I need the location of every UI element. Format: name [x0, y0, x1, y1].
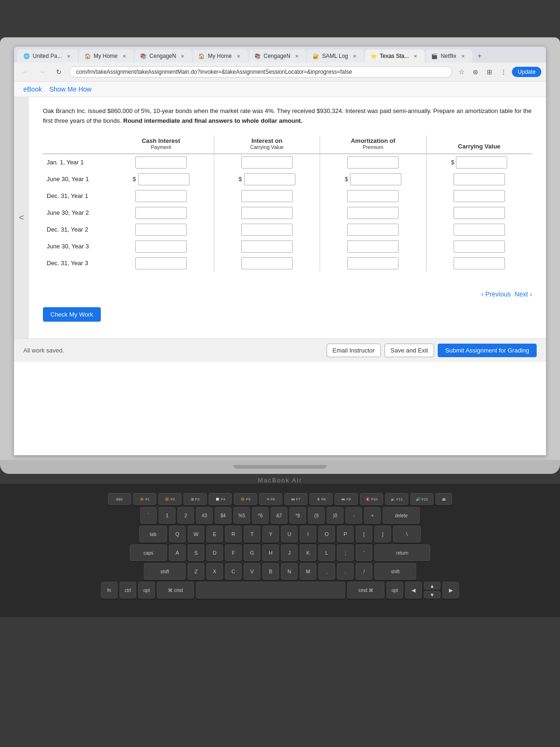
input-interest-cv-4[interactable]	[241, 224, 293, 236]
submit-button[interactable]: Submit Assignment for Grading	[438, 344, 537, 357]
key-s[interactable]: S	[188, 544, 204, 561]
key-f[interactable]: F	[225, 544, 242, 561]
key-l[interactable]: L	[318, 544, 335, 561]
key-delete[interactable]: delete	[383, 507, 420, 524]
tab-close-cengage-2[interactable]: ✕	[293, 52, 301, 60]
key-minus[interactable]: -	[345, 507, 362, 524]
key-u[interactable]: U	[281, 526, 298, 543]
key-f6[interactable]: ☀ F6	[259, 493, 282, 505]
key-f7[interactable]: ⏮ F7	[284, 493, 308, 505]
key-6[interactable]: ^6	[252, 507, 269, 524]
key-0[interactable]: )0	[327, 507, 343, 524]
tab-netflix[interactable]: 🎬 Netflix ✕	[426, 49, 472, 63]
key-space[interactable]	[196, 582, 345, 599]
back-button[interactable]: ←	[19, 65, 32, 78]
key-k[interactable]: K	[300, 544, 316, 561]
key-f10[interactable]: 🔇 F10	[360, 493, 383, 505]
tab-cengage-2[interactable]: 📚 CengageN ✕	[249, 49, 306, 63]
input-cash-interest-6[interactable]	[135, 257, 187, 269]
input-cash-interest-1[interactable]	[138, 173, 189, 185]
key-d[interactable]: D	[206, 544, 223, 561]
input-amortization-4[interactable]	[347, 224, 399, 236]
tab-saml-log[interactable]: 🔐 SAML Log ✕	[307, 49, 364, 63]
input-carrying-value-4[interactable]	[454, 224, 505, 236]
tab-close-cengage-1[interactable]: ✕	[179, 52, 186, 60]
key-q[interactable]: Q	[169, 526, 186, 543]
key-f11[interactable]: 🔉 F11	[385, 493, 408, 505]
tab-close-my-home-2[interactable]: ✕	[235, 52, 242, 60]
key-r[interactable]: R	[225, 526, 242, 543]
input-carrying-value-2[interactable]	[454, 190, 505, 202]
key-v[interactable]: V	[244, 563, 260, 580]
input-interest-cv-6[interactable]	[241, 257, 293, 269]
key-z[interactable]: Z	[188, 563, 204, 580]
key-p[interactable]: P	[337, 526, 354, 543]
tab-close-texas-sta[interactable]: ✕	[412, 52, 419, 60]
key-f2[interactable]: 🔆 F2	[158, 493, 182, 505]
tab-close-my-home-1[interactable]: ✕	[120, 52, 128, 60]
key-w[interactable]: W	[188, 526, 204, 543]
save-exit-button[interactable]: Save and Exit	[385, 344, 434, 357]
input-interest-cv-5[interactable]	[241, 240, 293, 253]
key-3[interactable]: #3	[196, 507, 213, 524]
key-j[interactable]: J	[281, 544, 298, 561]
key-caps[interactable]: caps	[130, 544, 167, 561]
update-button[interactable]: Update	[512, 67, 541, 77]
input-interest-cv-0[interactable]	[241, 156, 293, 169]
input-cash-interest-2[interactable]	[135, 190, 187, 202]
key-shift-right[interactable]: shift	[374, 563, 416, 580]
key-shift-left[interactable]: shift	[144, 563, 186, 580]
key-m[interactable]: M	[300, 563, 316, 580]
tab-united-pal[interactable]: 🌐 United Pa... ✕	[18, 49, 78, 63]
input-carrying-value-3[interactable]	[454, 207, 505, 219]
key-arrow-up[interactable]: ▲	[424, 582, 441, 590]
key-f8[interactable]: ⏸ F8	[309, 493, 333, 505]
tab-close-saml-log[interactable]: ✕	[351, 52, 358, 60]
input-cash-interest-4[interactable]	[135, 224, 187, 236]
key-arrow-down[interactable]: ▼	[424, 591, 441, 599]
tab-my-home-1[interactable]: 🏠 My Home ✕	[79, 49, 133, 63]
key-cmd-right[interactable]: cmd ⌘	[347, 582, 385, 599]
key-a[interactable]: A	[169, 544, 186, 561]
key-option-left[interactable]: opt	[138, 582, 155, 599]
input-interest-cv-2[interactable]	[241, 190, 293, 202]
key-comma[interactable]: ,	[318, 563, 335, 580]
bookmark-icon[interactable]: ☆	[456, 66, 467, 78]
key-quote[interactable]: '	[356, 544, 372, 561]
refresh-button[interactable]: ↻	[52, 65, 65, 78]
forward-button[interactable]: →	[35, 65, 49, 78]
key-h[interactable]: H	[262, 544, 279, 561]
input-carrying-value-5[interactable]	[454, 240, 505, 253]
input-carrying-value-0[interactable]	[456, 156, 507, 169]
key-9[interactable]: (9	[308, 507, 325, 524]
input-interest-cv-1[interactable]	[244, 173, 295, 185]
key-4[interactable]: $4	[215, 507, 231, 524]
key-y[interactable]: Y	[262, 526, 279, 543]
key-n[interactable]: N	[281, 563, 298, 580]
address-bar[interactable]: com/lrn/takeAssignment/takeAssignmentMai…	[69, 66, 452, 78]
key-f12[interactable]: 🔊 F12	[410, 493, 434, 505]
key-rbracket[interactable]: ]	[374, 526, 391, 543]
key-7[interactable]: &7	[271, 507, 287, 524]
key-5[interactable]: %5	[233, 507, 250, 524]
key-cmd-left[interactable]: ⌘ cmd	[157, 582, 194, 599]
key-f5[interactable]: 🔅 F5	[234, 493, 257, 505]
key-f1[interactable]: 🔅 F1	[133, 493, 156, 505]
input-cash-interest-5[interactable]	[135, 240, 187, 253]
sidebar-arrow[interactable]: <	[14, 97, 29, 338]
input-amortization-6[interactable]	[347, 257, 399, 269]
ebook-button[interactable]: eBook	[23, 85, 42, 93]
key-2[interactable]: 2	[177, 507, 194, 524]
key-lbracket[interactable]: [	[356, 526, 372, 543]
input-cash-interest-0[interactable]	[135, 156, 187, 169]
key-f4[interactable]: 🔲 F4	[209, 493, 232, 505]
key-x[interactable]: X	[206, 563, 223, 580]
next-button[interactable]: Next ›	[515, 290, 532, 298]
tab-close-united-pal[interactable]: ✕	[65, 52, 72, 60]
input-carrying-value-6[interactable]	[454, 257, 505, 269]
input-amortization-0[interactable]	[347, 156, 399, 169]
menu-icon[interactable]: ⋮	[498, 66, 509, 78]
new-tab-button[interactable]: +	[473, 49, 486, 63]
key-f3[interactable]: ⊞ F3	[183, 493, 207, 505]
key-8[interactable]: *8	[289, 507, 306, 524]
